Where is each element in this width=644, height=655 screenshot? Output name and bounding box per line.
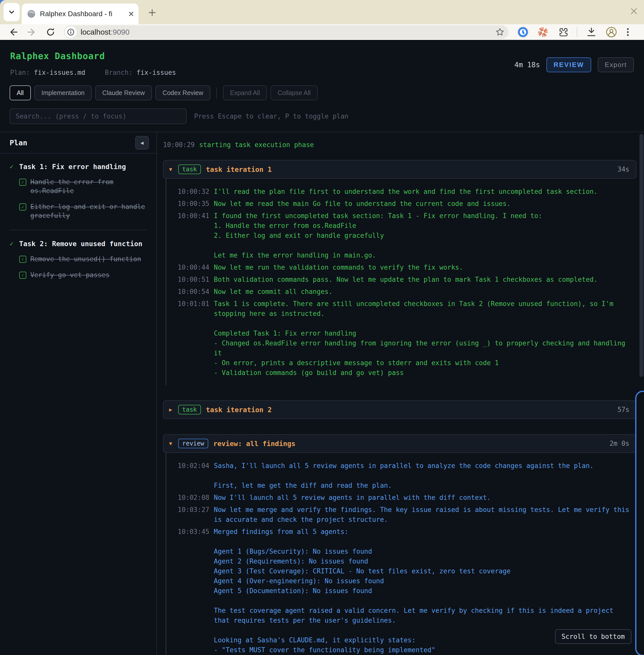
log-text: Now let me read the main Go file to unde… xyxy=(214,199,631,209)
group-body: 10:00:32 I'll read the plan file first t… xyxy=(165,179,637,385)
review-status-button[interactable]: REVIEW xyxy=(547,57,591,72)
log-entry: 10:00:32 I'll read the plan file first t… xyxy=(178,187,637,196)
log-text: Both validation commands pass. Now let m… xyxy=(214,275,631,284)
log-entry: 10:03:27 Now let me merge and verify the… xyxy=(178,505,637,524)
toolbar-separator xyxy=(577,27,577,37)
phase-log-line: 10:00:29 starting task execution phase xyxy=(163,140,644,150)
forward-button[interactable] xyxy=(26,26,38,38)
scroll-to-bottom-button[interactable]: Scroll to bottom xyxy=(555,629,631,644)
task-subitem: ✓ Remove the unused() function xyxy=(19,255,147,263)
browser-tab[interactable]: Ralphex Dashboard - fi xyxy=(22,3,138,24)
task-list: ✓ Task 1: Fix error handling ✓ Handle th… xyxy=(0,154,157,288)
scrollbar-thumb[interactable] xyxy=(640,134,644,377)
plus-icon xyxy=(148,8,157,17)
site-info-icon[interactable] xyxy=(65,26,76,38)
expand-all-button[interactable]: Expand All xyxy=(223,86,267,100)
chevron-down-icon xyxy=(8,8,16,16)
filter-row: All Implementation Claude Review Codex R… xyxy=(9,86,644,100)
export-button[interactable]: Export xyxy=(598,57,634,72)
log-group-task-iteration-2: ▶ task task iteration 2 57s xyxy=(163,400,637,419)
bookmark-star-icon[interactable] xyxy=(495,27,505,37)
group-title: task iteration 1 xyxy=(206,165,618,173)
task-item: ✓ Task 1: Fix error handling ✓ Handle th… xyxy=(9,163,147,220)
claude-icon[interactable] xyxy=(537,26,549,38)
back-button[interactable] xyxy=(7,26,19,38)
download-icon[interactable] xyxy=(586,26,597,38)
url-bar[interactable]: localhost:9090 xyxy=(64,25,508,39)
search-hint: Press Escape to clear, P to toggle plan xyxy=(194,113,348,120)
menu-kebab-icon[interactable] xyxy=(626,26,630,38)
task-check-icon: ✓ xyxy=(9,163,14,170)
plan-title: Plan xyxy=(9,139,27,147)
group-duration: 2m 0s xyxy=(610,440,629,447)
window-close-button[interactable] xyxy=(628,5,640,17)
filter-tab-codex-review[interactable]: Codex Review xyxy=(156,86,210,100)
log-entry: 10:00:54 Now let me commit all changes. xyxy=(178,287,637,297)
group-body: 10:02:04 Sasha, I'll launch all 5 review… xyxy=(165,453,637,655)
log-text: I found the first uncompleted task secti… xyxy=(214,211,631,260)
log-text: Now let me run the validation commands t… xyxy=(214,262,631,273)
log-timestamp: 10:02:08 xyxy=(178,493,209,502)
tab-search-button[interactable] xyxy=(3,3,20,21)
subitem-label: Either log and exit or handle gracefully xyxy=(30,203,147,220)
url-host: localhost xyxy=(80,28,111,36)
group-header[interactable]: ▼ task task iteration 1 34s xyxy=(163,160,637,179)
onepassword-icon[interactable] xyxy=(517,26,529,38)
log-timestamp: 10:03:45 xyxy=(178,527,209,655)
caret-down-icon: ▼ xyxy=(169,166,178,172)
log-text: Now let me commit all changes. xyxy=(214,287,631,297)
checkbox-checked-icon: ✓ xyxy=(19,256,26,263)
caret-right-icon: ▶ xyxy=(169,406,178,413)
group-header[interactable]: ▼ review review: all findings 2m 0s xyxy=(163,434,637,453)
subitem-label: Verify go vet passes xyxy=(30,271,147,280)
plan-sidebar: Plan ◀ ✓ Task 1: Fix error handling ✓ Ha… xyxy=(0,133,157,655)
search-row: Press Escape to clear, P to toggle plan xyxy=(9,109,635,132)
log-timestamp: 10:00:51 xyxy=(178,275,209,284)
plan-branch-meta: Plan: fix-issues.md Branch: fix-issues xyxy=(10,69,514,76)
log-entry: 10:02:08 Now I'll launch all 5 review ag… xyxy=(178,493,637,502)
log-timestamp: 10:00:44 xyxy=(178,262,209,273)
task-badge: task xyxy=(178,405,201,415)
subitem-label: Handle the error from os.ReadFile xyxy=(30,178,147,195)
task-check-icon: ✓ xyxy=(9,240,14,248)
elapsed-timer: 4m 18s xyxy=(514,61,540,69)
url-text: localhost:9090 xyxy=(80,28,130,37)
tab-title: Ralphex Dashboard - fi xyxy=(40,10,128,18)
search-input[interactable] xyxy=(9,109,186,124)
log-text: Sasha, I'll launch all 5 review agents i… xyxy=(214,461,631,491)
ralphex-dashboard: Ralphex Dashboard Plan: fix-issues.md Br… xyxy=(0,40,644,655)
log-entry: 10:00:44 Now let me run the validation c… xyxy=(178,262,637,273)
caret-down-icon: ▼ xyxy=(169,441,178,446)
task-item: ✓ Task 2: Remove unused function ✓ Remov… xyxy=(9,240,147,280)
sidebar-collapse-button[interactable]: ◀ xyxy=(135,136,149,149)
reload-button[interactable] xyxy=(45,26,56,38)
branch-value: fix-issues xyxy=(137,69,176,76)
filter-tab-claude-review[interactable]: Claude Review xyxy=(95,86,152,100)
log-entry: 10:02:04 Sasha, I'll launch all 5 review… xyxy=(178,461,637,491)
profile-icon[interactable] xyxy=(605,26,617,38)
task-subitem: ✓ Handle the error from os.ReadFile xyxy=(19,178,147,195)
log-group-task-iteration-1: ▼ task task iteration 1 34s 10:00:32 I'l… xyxy=(163,160,637,385)
group-title: review: all findings xyxy=(213,440,610,447)
content-area: Plan ◀ ✓ Task 1: Fix error handling ✓ Ha… xyxy=(0,133,644,655)
new-tab-button[interactable] xyxy=(145,6,159,19)
filter-tab-all[interactable]: All xyxy=(9,86,31,100)
tab-close-icon[interactable] xyxy=(128,10,135,17)
collapse-all-button[interactable]: Collapse All xyxy=(271,86,318,100)
log-main: 10:00:29 starting task execution phase ▼… xyxy=(157,133,644,655)
close-icon xyxy=(630,7,638,15)
collapse-left-icon: ◀ xyxy=(140,140,143,146)
log-timestamp: 10:00:32 xyxy=(178,187,209,196)
log-timestamp: 10:03:27 xyxy=(178,505,209,524)
globe-favicon-icon xyxy=(27,9,36,19)
task-title: Task 1: Fix error handling xyxy=(19,163,126,170)
plan-value: fix-issues.md xyxy=(34,69,86,76)
log-group-review-findings: ▼ review review: all findings 2m 0s 10:0… xyxy=(163,434,637,655)
dashboard-header: Ralphex Dashboard Plan: fix-issues.md Br… xyxy=(0,40,644,76)
filter-tab-implementation[interactable]: Implementation xyxy=(34,86,92,100)
log-entry: 10:00:41 I found the first uncompleted t… xyxy=(178,211,637,260)
group-header[interactable]: ▶ task task iteration 2 57s xyxy=(163,400,637,419)
extensions-puzzle-icon[interactable] xyxy=(557,26,568,38)
review-badge: review xyxy=(178,439,208,448)
branch-label: Branch: xyxy=(105,69,133,76)
